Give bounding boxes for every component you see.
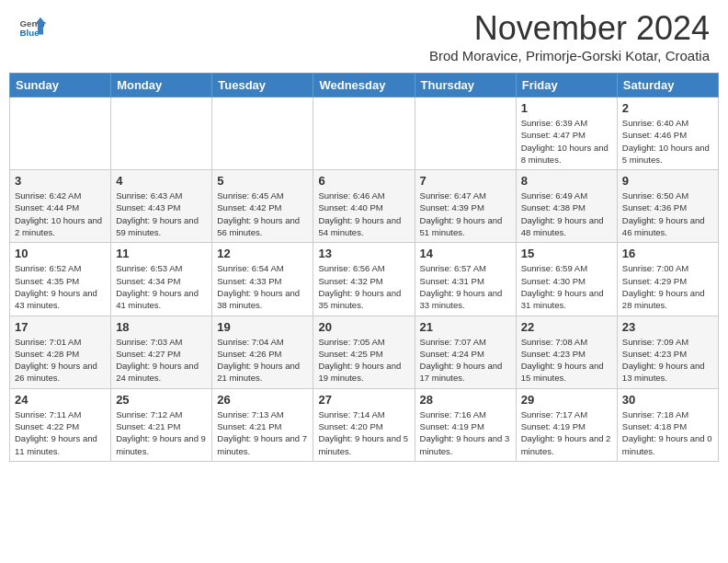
day-number: 25	[116, 393, 207, 407]
day-info: Sunrise: 6:50 AMSunset: 4:36 PMDaylight:…	[622, 190, 713, 238]
day-info: Sunrise: 7:04 AMSunset: 4:26 PMDaylight:…	[217, 336, 308, 385]
day-number: 29	[521, 393, 612, 407]
day-info: Sunrise: 7:07 AMSunset: 4:24 PMDaylight:…	[420, 336, 511, 385]
calendar-cell	[415, 98, 516, 170]
day-number: 14	[420, 247, 511, 260]
calendar-cell: 6Sunrise: 6:46 AMSunset: 4:40 PMDaylight…	[313, 170, 415, 243]
day-number: 2	[622, 101, 713, 115]
day-info: Sunrise: 7:14 AMSunset: 4:20 PMDaylight:…	[318, 408, 409, 457]
col-sunday: Sunday	[10, 74, 111, 98]
col-friday: Friday	[516, 74, 617, 98]
day-info: Sunrise: 6:43 AMSunset: 4:43 PMDaylight:…	[116, 190, 207, 238]
calendar-cell	[212, 98, 313, 170]
day-number: 13	[318, 247, 409, 260]
title-section: November 2024 Brod Moravice, Primorje-Go…	[429, 9, 710, 63]
calendar-cell	[313, 98, 415, 170]
logo-icon: General Blue	[18, 14, 46, 41]
day-info: Sunrise: 7:13 AMSunset: 4:21 PMDaylight:…	[217, 408, 308, 457]
col-wednesday: Wednesday	[313, 74, 415, 98]
calendar-cell: 13Sunrise: 6:56 AMSunset: 4:32 PMDayligh…	[313, 243, 415, 316]
calendar-week-1: 1Sunrise: 6:39 AMSunset: 4:47 PMDaylight…	[10, 98, 719, 170]
day-number: 24	[15, 393, 106, 407]
col-monday: Monday	[111, 74, 212, 98]
calendar-cell: 3Sunrise: 6:42 AMSunset: 4:44 PMDaylight…	[10, 170, 111, 243]
day-number: 5	[217, 174, 308, 188]
day-info: Sunrise: 7:09 AMSunset: 4:23 PMDaylight:…	[622, 336, 713, 385]
calendar-week-3: 10Sunrise: 6:52 AMSunset: 4:35 PMDayligh…	[10, 243, 719, 316]
calendar-cell: 18Sunrise: 7:03 AMSunset: 4:27 PMDayligh…	[111, 316, 212, 388]
day-number: 10	[15, 247, 106, 260]
day-info: Sunrise: 6:47 AMSunset: 4:39 PMDaylight:…	[420, 190, 511, 238]
calendar-cell: 10Sunrise: 6:52 AMSunset: 4:35 PMDayligh…	[10, 243, 111, 316]
calendar-cell: 27Sunrise: 7:14 AMSunset: 4:20 PMDayligh…	[313, 388, 415, 461]
calendar-cell: 17Sunrise: 7:01 AMSunset: 4:28 PMDayligh…	[10, 316, 111, 388]
day-number: 30	[622, 393, 713, 407]
day-info: Sunrise: 6:57 AMSunset: 4:31 PMDaylight:…	[420, 262, 511, 311]
day-number: 23	[622, 320, 713, 334]
calendar-cell: 15Sunrise: 6:59 AMSunset: 4:30 PMDayligh…	[516, 243, 617, 316]
calendar-cell: 21Sunrise: 7:07 AMSunset: 4:24 PMDayligh…	[415, 316, 516, 388]
header: General Blue November 2024 Brod Moravice…	[0, 0, 728, 68]
calendar-cell: 14Sunrise: 6:57 AMSunset: 4:31 PMDayligh…	[415, 243, 516, 316]
day-number: 28	[420, 393, 511, 407]
day-number: 27	[318, 393, 409, 407]
calendar-week-2: 3Sunrise: 6:42 AMSunset: 4:44 PMDaylight…	[10, 170, 719, 243]
day-number: 7	[420, 174, 511, 188]
day-number: 4	[116, 174, 207, 188]
calendar-cell: 16Sunrise: 7:00 AMSunset: 4:29 PMDayligh…	[617, 243, 718, 316]
day-number: 8	[521, 174, 612, 188]
day-info: Sunrise: 7:16 AMSunset: 4:19 PMDaylight:…	[420, 408, 511, 457]
calendar-cell: 20Sunrise: 7:05 AMSunset: 4:25 PMDayligh…	[313, 316, 415, 388]
day-number: 15	[521, 247, 612, 260]
calendar-cell: 7Sunrise: 6:47 AMSunset: 4:39 PMDaylight…	[415, 170, 516, 243]
logo: General Blue	[18, 14, 46, 41]
day-number: 18	[116, 320, 207, 334]
day-number: 19	[217, 320, 308, 334]
day-info: Sunrise: 6:45 AMSunset: 4:42 PMDaylight:…	[217, 190, 308, 238]
calendar-cell: 23Sunrise: 7:09 AMSunset: 4:23 PMDayligh…	[617, 316, 718, 388]
day-info: Sunrise: 7:08 AMSunset: 4:23 PMDaylight:…	[521, 336, 612, 385]
month-title: November 2024	[429, 9, 710, 48]
calendar-cell: 25Sunrise: 7:12 AMSunset: 4:21 PMDayligh…	[111, 388, 212, 461]
calendar-cell: 11Sunrise: 6:53 AMSunset: 4:34 PMDayligh…	[111, 243, 212, 316]
col-thursday: Thursday	[415, 74, 516, 98]
day-info: Sunrise: 7:12 AMSunset: 4:21 PMDaylight:…	[116, 408, 207, 457]
day-info: Sunrise: 6:42 AMSunset: 4:44 PMDaylight:…	[15, 190, 106, 238]
day-info: Sunrise: 6:52 AMSunset: 4:35 PMDaylight:…	[15, 262, 106, 311]
calendar-cell: 19Sunrise: 7:04 AMSunset: 4:26 PMDayligh…	[212, 316, 313, 388]
day-number: 12	[217, 247, 308, 260]
day-number: 16	[622, 247, 713, 260]
day-number: 22	[521, 320, 612, 334]
calendar-cell: 4Sunrise: 6:43 AMSunset: 4:43 PMDaylight…	[111, 170, 212, 243]
calendar-week-5: 24Sunrise: 7:11 AMSunset: 4:22 PMDayligh…	[10, 388, 719, 461]
calendar-cell: 22Sunrise: 7:08 AMSunset: 4:23 PMDayligh…	[516, 316, 617, 388]
day-number: 26	[217, 393, 308, 407]
calendar-table: Sunday Monday Tuesday Wednesday Thursday…	[9, 73, 719, 462]
day-info: Sunrise: 6:53 AMSunset: 4:34 PMDaylight:…	[116, 262, 207, 311]
calendar-week-4: 17Sunrise: 7:01 AMSunset: 4:28 PMDayligh…	[10, 316, 719, 388]
calendar-cell: 5Sunrise: 6:45 AMSunset: 4:42 PMDaylight…	[212, 170, 313, 243]
col-tuesday: Tuesday	[212, 74, 313, 98]
calendar-cell: 12Sunrise: 6:54 AMSunset: 4:33 PMDayligh…	[212, 243, 313, 316]
calendar-cell: 1Sunrise: 6:39 AMSunset: 4:47 PMDaylight…	[516, 98, 617, 170]
day-number: 11	[116, 247, 207, 260]
calendar-cell: 2Sunrise: 6:40 AMSunset: 4:46 PMDaylight…	[617, 98, 718, 170]
day-info: Sunrise: 6:49 AMSunset: 4:38 PMDaylight:…	[521, 190, 612, 238]
calendar-cell: 30Sunrise: 7:18 AMSunset: 4:18 PMDayligh…	[617, 388, 718, 461]
day-info: Sunrise: 6:46 AMSunset: 4:40 PMDaylight:…	[318, 190, 409, 238]
day-info: Sunrise: 7:01 AMSunset: 4:28 PMDaylight:…	[15, 336, 106, 385]
day-info: Sunrise: 7:05 AMSunset: 4:25 PMDaylight:…	[318, 336, 409, 385]
col-saturday: Saturday	[617, 74, 718, 98]
day-info: Sunrise: 7:11 AMSunset: 4:22 PMDaylight:…	[15, 408, 106, 457]
calendar-cell: 9Sunrise: 6:50 AMSunset: 4:36 PMDaylight…	[617, 170, 718, 243]
day-number: 6	[318, 174, 409, 188]
calendar-cell	[10, 98, 111, 170]
day-info: Sunrise: 7:00 AMSunset: 4:29 PMDaylight:…	[622, 262, 713, 311]
day-info: Sunrise: 6:40 AMSunset: 4:46 PMDaylight:…	[622, 117, 713, 166]
day-number: 21	[420, 320, 511, 334]
day-number: 17	[15, 320, 106, 334]
calendar-cell	[111, 98, 212, 170]
day-number: 20	[318, 320, 409, 334]
day-info: Sunrise: 6:39 AMSunset: 4:47 PMDaylight:…	[521, 117, 612, 166]
subtitle: Brod Moravice, Primorje-Gorski Kotar, Cr…	[429, 48, 710, 63]
